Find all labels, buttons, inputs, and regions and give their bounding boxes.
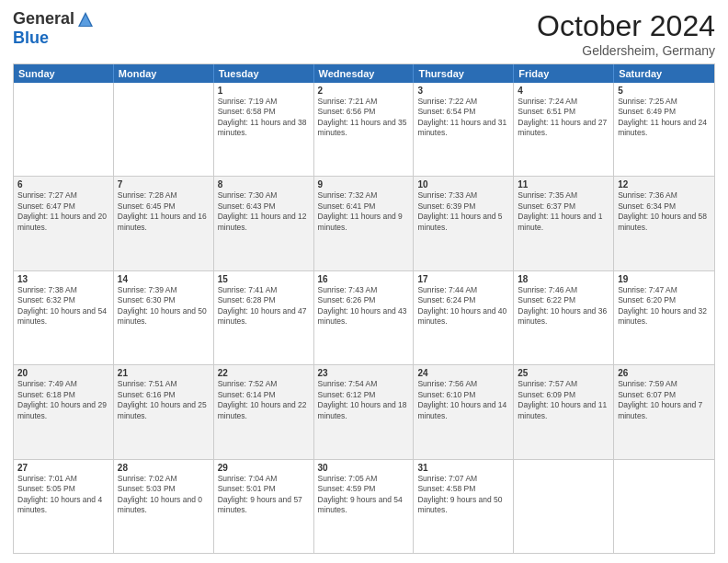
cell-info: Sunrise: 7:41 AM Sunset: 6:28 PM Dayligh… — [218, 285, 310, 327]
calendar-cell: 30Sunrise: 7:05 AM Sunset: 4:59 PM Dayli… — [314, 460, 415, 553]
calendar-cell: 22Sunrise: 7:52 AM Sunset: 6:14 PM Dayli… — [214, 365, 314, 458]
calendar-cell: 8Sunrise: 7:30 AM Sunset: 6:43 PM Daylig… — [214, 177, 314, 270]
cell-info: Sunrise: 7:52 AM Sunset: 6:14 PM Dayligh… — [218, 379, 310, 421]
cell-info: Sunrise: 7:59 AM Sunset: 6:07 PM Dayligh… — [618, 379, 711, 421]
calendar-row-3: 20Sunrise: 7:49 AM Sunset: 6:18 PM Dayli… — [14, 364, 714, 458]
calendar-cell: 9Sunrise: 7:32 AM Sunset: 6:41 PM Daylig… — [314, 177, 415, 270]
calendar-header: SundayMondayTuesdayWednesdayThursdayFrid… — [14, 64, 714, 83]
cell-day-number: 31 — [417, 463, 509, 473]
cell-day-number: 8 — [218, 179, 310, 190]
calendar-row-0: 1Sunrise: 7:19 AM Sunset: 6:58 PM Daylig… — [14, 83, 714, 176]
calendar-cell: 15Sunrise: 7:41 AM Sunset: 6:28 PM Dayli… — [214, 271, 314, 364]
cell-day-number: 11 — [518, 179, 609, 190]
calendar-cell: 27Sunrise: 7:01 AM Sunset: 5:05 PM Dayli… — [14, 460, 114, 553]
cell-info: Sunrise: 7:33 AM Sunset: 6:39 PM Dayligh… — [417, 190, 509, 233]
calendar-cell: 13Sunrise: 7:38 AM Sunset: 6:32 PM Dayli… — [14, 271, 114, 364]
calendar-cell: 20Sunrise: 7:49 AM Sunset: 6:18 PM Dayli… — [14, 365, 114, 458]
cell-day-number: 5 — [618, 86, 711, 96]
header-cell-tuesday: Tuesday — [214, 64, 314, 83]
cell-day-number: 16 — [318, 274, 410, 284]
cell-day-number: 1 — [218, 86, 310, 96]
cell-day-number: 10 — [417, 179, 509, 190]
calendar-cell: 23Sunrise: 7:54 AM Sunset: 6:12 PM Dayli… — [314, 365, 415, 458]
logo-icon — [76, 10, 95, 29]
location: Geldersheim, Germany — [537, 43, 715, 58]
cell-info: Sunrise: 7:19 AM Sunset: 6:58 PM Dayligh… — [218, 97, 310, 139]
calendar-row-2: 13Sunrise: 7:38 AM Sunset: 6:32 PM Dayli… — [14, 270, 714, 364]
header-cell-thursday: Thursday — [414, 64, 514, 83]
calendar-cell: 21Sunrise: 7:51 AM Sunset: 6:16 PM Dayli… — [114, 365, 214, 458]
cell-info: Sunrise: 7:57 AM Sunset: 6:09 PM Dayligh… — [518, 379, 609, 421]
cell-info: Sunrise: 7:49 AM Sunset: 6:18 PM Dayligh… — [17, 379, 109, 421]
cell-day-number: 9 — [318, 179, 410, 190]
month-title: October 2024 — [537, 9, 715, 43]
cell-day-number: 20 — [17, 368, 109, 378]
cell-day-number: 25 — [518, 368, 609, 378]
calendar-cell: 18Sunrise: 7:46 AM Sunset: 6:22 PM Dayli… — [514, 271, 614, 364]
cell-info: Sunrise: 7:36 AM Sunset: 6:34 PM Dayligh… — [618, 190, 711, 233]
cell-info: Sunrise: 7:07 AM Sunset: 4:58 PM Dayligh… — [417, 474, 509, 516]
cell-day-number: 30 — [318, 463, 410, 473]
title-block: October 2024 Geldersheim, Germany — [537, 9, 715, 58]
calendar-cell: 19Sunrise: 7:47 AM Sunset: 6:20 PM Dayli… — [614, 271, 714, 364]
calendar-row-1: 6Sunrise: 7:27 AM Sunset: 6:47 PM Daylig… — [14, 176, 714, 270]
calendar-cell: 29Sunrise: 7:04 AM Sunset: 5:01 PM Dayli… — [214, 460, 314, 553]
cell-day-number: 13 — [17, 274, 109, 284]
calendar-cell: 5Sunrise: 7:25 AM Sunset: 6:49 PM Daylig… — [614, 83, 714, 176]
cell-day-number: 3 — [417, 86, 509, 96]
cell-info: Sunrise: 7:44 AM Sunset: 6:24 PM Dayligh… — [417, 285, 509, 327]
cell-info: Sunrise: 7:30 AM Sunset: 6:43 PM Dayligh… — [218, 190, 310, 233]
header-cell-monday: Monday — [114, 64, 214, 83]
cell-day-number: 2 — [318, 86, 410, 96]
cell-day-number: 7 — [118, 179, 210, 190]
calendar-cell: 14Sunrise: 7:39 AM Sunset: 6:30 PM Dayli… — [114, 271, 214, 364]
cell-info: Sunrise: 7:39 AM Sunset: 6:30 PM Dayligh… — [118, 285, 210, 327]
calendar-cell — [14, 83, 114, 176]
cell-day-number: 26 — [618, 368, 711, 378]
calendar-cell — [114, 83, 214, 176]
page: General Blue October 2024 Geldersheim, G… — [0, 0, 728, 563]
calendar-cell: 2Sunrise: 7:21 AM Sunset: 6:56 PM Daylig… — [314, 83, 415, 176]
cell-info: Sunrise: 7:25 AM Sunset: 6:49 PM Dayligh… — [618, 97, 711, 139]
cell-day-number: 27 — [17, 463, 109, 473]
calendar-cell: 3Sunrise: 7:22 AM Sunset: 6:54 PM Daylig… — [414, 83, 514, 176]
calendar-cell: 24Sunrise: 7:56 AM Sunset: 6:10 PM Dayli… — [414, 365, 514, 458]
calendar-cell: 31Sunrise: 7:07 AM Sunset: 4:58 PM Dayli… — [414, 460, 514, 553]
cell-info: Sunrise: 7:54 AM Sunset: 6:12 PM Dayligh… — [318, 379, 410, 421]
cell-day-number: 18 — [518, 274, 609, 284]
cell-day-number: 6 — [17, 179, 109, 190]
header-cell-saturday: Saturday — [614, 64, 714, 83]
cell-info: Sunrise: 7:46 AM Sunset: 6:22 PM Dayligh… — [518, 285, 609, 327]
cell-day-number: 21 — [118, 368, 210, 378]
logo-general-text: General — [13, 9, 74, 29]
calendar: SundayMondayTuesdayWednesdayThursdayFrid… — [13, 63, 715, 554]
cell-info: Sunrise: 7:01 AM Sunset: 5:05 PM Dayligh… — [17, 474, 109, 516]
cell-info: Sunrise: 7:02 AM Sunset: 5:03 PM Dayligh… — [118, 474, 210, 516]
calendar-cell: 1Sunrise: 7:19 AM Sunset: 6:58 PM Daylig… — [214, 83, 314, 176]
cell-info: Sunrise: 7:22 AM Sunset: 6:54 PM Dayligh… — [417, 97, 509, 139]
calendar-cell: 7Sunrise: 7:28 AM Sunset: 6:45 PM Daylig… — [114, 177, 214, 270]
cell-info: Sunrise: 7:21 AM Sunset: 6:56 PM Dayligh… — [318, 97, 410, 139]
calendar-cell — [514, 460, 614, 553]
cell-day-number: 12 — [618, 179, 711, 190]
calendar-cell: 12Sunrise: 7:36 AM Sunset: 6:34 PM Dayli… — [614, 177, 714, 270]
calendar-cell: 6Sunrise: 7:27 AM Sunset: 6:47 PM Daylig… — [14, 177, 114, 270]
calendar-cell — [614, 460, 714, 553]
cell-info: Sunrise: 7:35 AM Sunset: 6:37 PM Dayligh… — [518, 190, 609, 233]
logo: General Blue — [13, 9, 95, 48]
calendar-cell: 28Sunrise: 7:02 AM Sunset: 5:03 PM Dayli… — [114, 460, 214, 553]
cell-day-number: 23 — [318, 368, 410, 378]
calendar-body: 1Sunrise: 7:19 AM Sunset: 6:58 PM Daylig… — [14, 83, 714, 553]
logo-blue-text: Blue — [13, 29, 49, 48]
cell-info: Sunrise: 7:56 AM Sunset: 6:10 PM Dayligh… — [417, 379, 509, 421]
cell-day-number: 17 — [417, 274, 509, 284]
cell-day-number: 28 — [118, 463, 210, 473]
cell-info: Sunrise: 7:47 AM Sunset: 6:20 PM Dayligh… — [618, 285, 711, 327]
cell-info: Sunrise: 7:43 AM Sunset: 6:26 PM Dayligh… — [318, 285, 410, 327]
cell-day-number: 4 — [518, 86, 609, 96]
cell-info: Sunrise: 7:32 AM Sunset: 6:41 PM Dayligh… — [318, 190, 410, 233]
cell-info: Sunrise: 7:24 AM Sunset: 6:51 PM Dayligh… — [518, 97, 609, 139]
calendar-cell: 11Sunrise: 7:35 AM Sunset: 6:37 PM Dayli… — [514, 177, 614, 270]
header-cell-wednesday: Wednesday — [314, 64, 415, 83]
cell-info: Sunrise: 7:38 AM Sunset: 6:32 PM Dayligh… — [17, 285, 109, 327]
